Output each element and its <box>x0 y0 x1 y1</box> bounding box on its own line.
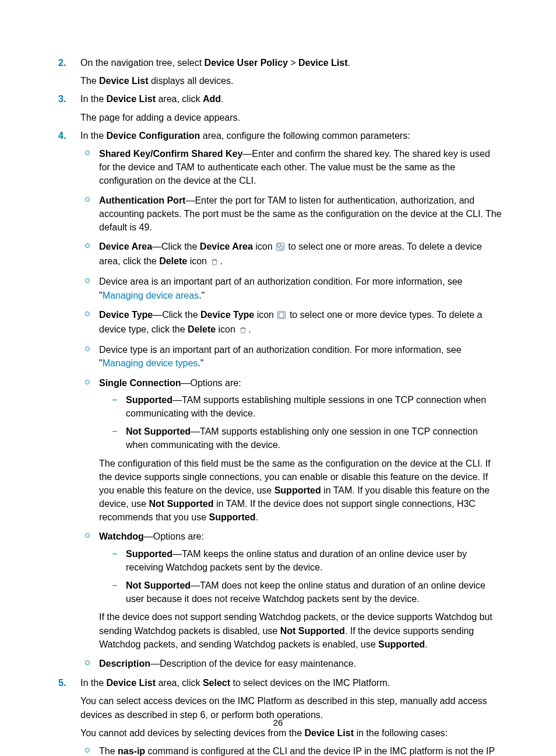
bullet-auth-port: Authentication Port—Enter the port for T… <box>80 194 502 235</box>
dash-not-supported: −Not Supported—TAM supports establishing… <box>112 425 502 452</box>
delete-icon <box>210 256 219 269</box>
dash-icon: − <box>112 579 117 592</box>
circle-bullet-icon <box>85 346 90 351</box>
step-number: 5. <box>58 676 66 690</box>
dash-icon: − <box>112 425 117 438</box>
step-number: 2. <box>58 56 66 69</box>
bullet-nas-ip: The nas-ip command is configured at the … <box>80 744 502 756</box>
document-page: 2. On the navigation tree, select Device… <box>0 0 556 756</box>
bullet-device-type-note: Device type is an important part of an a… <box>80 343 502 370</box>
step-number: 4. <box>58 129 66 142</box>
step-3: 3. In the Device List area, click Add. T… <box>54 92 502 124</box>
bullet-device-type: Device Type—Click the Device Type icon t… <box>80 308 502 337</box>
bullet-device-area: Device Area—Click the Device Area icon t… <box>80 240 502 269</box>
step-body: In the Device Configuration area, config… <box>80 129 502 670</box>
bullet-device-area-note: Device area is an important part of an a… <box>80 275 502 302</box>
bullet-list: The nas-ip command is configured at the … <box>80 744 502 756</box>
circle-bullet-icon <box>85 533 90 538</box>
bullet-description: Description—Description of the device fo… <box>80 657 502 670</box>
bullet-watchdog: Watchdog—Options are: −Supported—TAM kee… <box>80 530 502 651</box>
bullet-shared-key: Shared Key/Confirm Shared Key—Enter and … <box>80 147 502 188</box>
dash-icon: − <box>112 547 117 561</box>
circle-bullet-icon <box>85 197 90 202</box>
page-number: 26 <box>0 716 556 729</box>
text-line: On the navigation tree, select Device Us… <box>80 56 502 69</box>
text-line: The page for adding a device appears. <box>80 111 502 124</box>
step-2: 2. On the navigation tree, select Device… <box>54 56 502 88</box>
dash-not-supported: −Not Supported—TAM does not keep the onl… <box>112 579 502 606</box>
text-line: In the Device List area, click Select to… <box>80 676 502 690</box>
step-number: 3. <box>58 92 66 106</box>
circle-bullet-icon <box>85 312 90 316</box>
circle-bullet-icon <box>85 278 90 283</box>
device-type-icon <box>277 309 286 323</box>
circle-bullet-icon <box>85 243 90 248</box>
circle-bullet-icon <box>85 660 90 665</box>
step-body: In the Device List area, click Add. The … <box>80 92 502 124</box>
delete-icon <box>239 324 247 337</box>
bullet-list: Shared Key/Confirm Shared Key—Enter and … <box>80 147 502 670</box>
text-line: In the Device List area, click Add. <box>80 92 502 106</box>
svg-rect-2 <box>280 246 283 249</box>
dash-icon: − <box>112 393 117 407</box>
svg-rect-4 <box>279 313 284 317</box>
device-area-icon <box>276 241 284 254</box>
dash-supported: −Supported—TAM supports establishing mul… <box>112 393 502 420</box>
circle-bullet-icon <box>85 380 90 384</box>
step-4: 4. In the Device Configuration area, con… <box>54 129 502 670</box>
step-body: On the navigation tree, select Device Us… <box>80 56 502 88</box>
dash-supported: −Supported—TAM keeps the online status a… <box>112 547 502 574</box>
dash-list: −Supported—TAM keeps the online status a… <box>112 547 502 606</box>
link-managing-device-areas[interactable]: Managing device areas <box>103 290 199 300</box>
text-line: In the Device Configuration area, config… <box>80 129 502 142</box>
circle-bullet-icon <box>85 150 90 155</box>
dash-list: −Supported—TAM supports establishing mul… <box>112 393 502 452</box>
numbered-steps: 2. On the navigation tree, select Device… <box>54 56 502 756</box>
text-line: The Device List displays all devices. <box>80 74 502 88</box>
text-paragraph: If the device does not support sending W… <box>99 610 502 651</box>
text-paragraph: The configuration of this field must be … <box>99 457 502 524</box>
link-managing-device-types[interactable]: Managing device types <box>103 358 198 368</box>
circle-bullet-icon <box>85 748 90 752</box>
bullet-single-connection: Single Connection—Options are: −Supporte… <box>80 376 502 524</box>
